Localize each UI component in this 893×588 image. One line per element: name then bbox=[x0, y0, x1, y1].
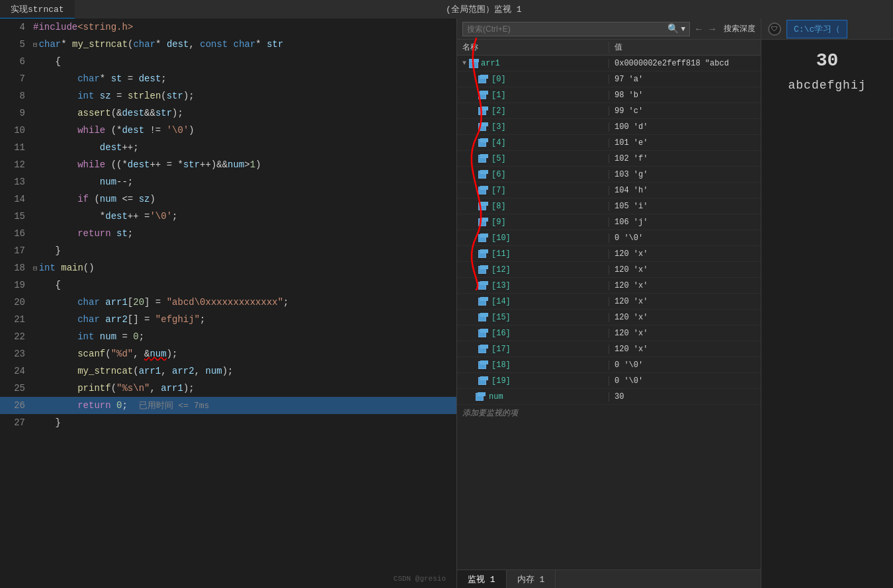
item-index-9: [9] bbox=[491, 218, 506, 227]
item-value-16: 120 'x' bbox=[609, 329, 761, 338]
item-cube-icon-17 bbox=[478, 345, 486, 353]
watch-table-header: 名称 值 bbox=[457, 40, 761, 56]
right-panel: 🛡 C:\c学习（ 30 abcdefghij bbox=[761, 19, 893, 588]
right-num-value: 30 bbox=[816, 50, 839, 71]
item-index-6: [6] bbox=[491, 170, 506, 179]
watch-row-item-9[interactable]: [9] 106 'j' bbox=[457, 214, 761, 230]
search-depth-label: 搜索深度 bbox=[724, 23, 755, 34]
item-cube-icon-2 bbox=[478, 107, 486, 115]
num-name: num bbox=[489, 392, 503, 401]
code-line-4: 4 #include<string.h> bbox=[0, 19, 456, 36]
right-header: 🛡 C:\c学习（ bbox=[761, 19, 893, 40]
nav-forward-icon[interactable]: → bbox=[708, 24, 717, 34]
code-line-22: 22 int num = 0; bbox=[0, 328, 456, 345]
watch-row-item-19[interactable]: [19] 0 '\0' bbox=[457, 373, 761, 389]
watch-row-item-1[interactable]: [1] 98 'b' bbox=[457, 87, 761, 103]
code-line-13: 13 num--; bbox=[0, 173, 456, 190]
shield-icon: 🛡 bbox=[768, 22, 781, 36]
search-icon[interactable]: 🔍 bbox=[667, 23, 679, 34]
code-line-23: 23 scanf("%d", &num); bbox=[0, 345, 456, 362]
item-value-18: 0 '\0' bbox=[609, 360, 761, 370]
item-cube-icon-16 bbox=[478, 329, 486, 337]
search-box[interactable]: 🔍 ▼ bbox=[462, 22, 690, 36]
watch-row-item-8[interactable]: [8] 105 'i' bbox=[457, 198, 761, 214]
code-line-11: 11 dest++; bbox=[0, 139, 456, 156]
tab-memory1[interactable]: 内存 1 bbox=[507, 570, 556, 588]
code-line-17: 17 } bbox=[0, 242, 456, 259]
watch-toolbar: 🔍 ▼ ← → 搜索深度 bbox=[457, 19, 761, 40]
item-cube-icon-15 bbox=[478, 314, 486, 321]
item-cube-icon-5 bbox=[478, 155, 486, 163]
item-cube-icon-1 bbox=[478, 91, 486, 99]
code-line-26: 26 return 0; 已用时间 <= 7ms bbox=[0, 397, 456, 414]
watch-table: ▼ arr1 0x0000002e2feff818 "abcd [0] 97 '… bbox=[457, 56, 761, 569]
watch-row-item-6[interactable]: [6] 103 'g' bbox=[457, 167, 761, 183]
item-value-15: 120 'x' bbox=[609, 313, 761, 322]
watch-row-item-3[interactable]: [3] 100 'd' bbox=[457, 119, 761, 135]
watch-row-item-0[interactable]: [0] 97 'a' bbox=[457, 71, 761, 87]
arr1-value: 0x0000002e2feff818 "abcd bbox=[609, 59, 761, 68]
item-index-4: [4] bbox=[491, 138, 506, 147]
col-value-header: 值 bbox=[609, 42, 761, 53]
watch-row-num[interactable]: num 30 bbox=[457, 389, 761, 405]
item-index-11: [11] bbox=[491, 249, 511, 259]
watch-row-item-10[interactable]: [10] 0 '\0' bbox=[457, 230, 761, 246]
watch-row-item-11[interactable]: [11] 120 'x' bbox=[457, 246, 761, 262]
right-string-value: abcdefghij bbox=[788, 79, 866, 92]
item-cube-icon-11 bbox=[478, 250, 486, 258]
watch-row-arr1[interactable]: ▼ arr1 0x0000002e2feff818 "abcd bbox=[457, 56, 761, 71]
right-badge[interactable]: C:\c学习（ bbox=[787, 20, 847, 38]
code-line-6: 6 { bbox=[0, 53, 456, 70]
watch-row-item-16[interactable]: [16] 120 'x' bbox=[457, 325, 761, 341]
item-cube-icon-6 bbox=[478, 171, 486, 179]
item-index-10: [10] bbox=[491, 233, 511, 243]
item-cube-icon-12 bbox=[478, 266, 486, 274]
item-cube-icon-18 bbox=[478, 361, 486, 369]
item-index-2: [2] bbox=[491, 106, 506, 116]
item-cube-icon-9 bbox=[478, 218, 486, 226]
watch-row-item-5[interactable]: [5] 102 'f' bbox=[457, 151, 761, 167]
item-cube-icon-7 bbox=[478, 187, 486, 194]
watch-row-item-14[interactable]: [14] 120 'x' bbox=[457, 294, 761, 310]
main-area: 4 #include<string.h> 5 ⊟char* my_strncat… bbox=[0, 19, 893, 588]
item-index-16: [16] bbox=[491, 329, 511, 338]
watch-panel: 🔍 ▼ ← → 搜索深度 名称 值 ▼ arr1 0x0000002e2feff… bbox=[456, 19, 761, 588]
watch-row-item-4[interactable]: [4] 101 'e' bbox=[457, 135, 761, 151]
item-index-12: [12] bbox=[491, 265, 511, 274]
item-index-14: [14] bbox=[491, 297, 511, 306]
item-value-8: 105 'i' bbox=[609, 202, 761, 211]
watch-row-item-18[interactable]: [18] 0 '\0' bbox=[457, 357, 761, 373]
search-dropdown-icon[interactable]: ▼ bbox=[681, 25, 686, 33]
arr1-cube-icon bbox=[469, 59, 478, 68]
file-title: 实现strncat bbox=[0, 0, 75, 19]
title-bar: 实现strncat (全局范围）监视 1 bbox=[0, 0, 893, 19]
item-value-10: 0 '\0' bbox=[609, 233, 761, 243]
watch-row-item-12[interactable]: [12] 120 'x' bbox=[457, 262, 761, 278]
watch-row-item-13[interactable]: [13] 120 'x' bbox=[457, 278, 761, 294]
watch-row-item-17[interactable]: [17] 120 'x' bbox=[457, 341, 761, 357]
col-name-header: 名称 bbox=[457, 42, 609, 53]
item-value-6: 103 'g' bbox=[609, 170, 761, 179]
item-cube-icon-10 bbox=[478, 234, 486, 242]
code-line-12: 12 while ((*dest++ = *str++)&&num>1) bbox=[0, 156, 456, 173]
item-index-13: [13] bbox=[491, 281, 511, 290]
item-cube-icon-14 bbox=[478, 298, 486, 306]
add-watch-item[interactable]: 添加要监视的项 bbox=[457, 405, 761, 421]
nav-back-icon[interactable]: ← bbox=[694, 24, 703, 34]
watch-row-item-15[interactable]: [15] 120 'x' bbox=[457, 310, 761, 325]
item-value-4: 101 'e' bbox=[609, 138, 761, 147]
item-value-9: 106 'j' bbox=[609, 218, 761, 227]
item-index-15: [15] bbox=[491, 313, 511, 322]
item-value-1: 98 'b' bbox=[609, 91, 761, 100]
tab-watch1[interactable]: 监视 1 bbox=[457, 570, 507, 588]
item-index-19: [19] bbox=[491, 376, 511, 386]
item-index-3: [3] bbox=[491, 122, 506, 132]
expand-arr1-icon[interactable]: ▼ bbox=[462, 60, 466, 67]
watch-row-item-7[interactable]: [7] 104 'h' bbox=[457, 183, 761, 198]
item-index-0: [0] bbox=[491, 75, 506, 84]
search-input[interactable] bbox=[467, 24, 665, 34]
item-value-11: 120 'x' bbox=[609, 249, 761, 259]
item-value-17: 120 'x' bbox=[609, 345, 761, 354]
code-line-5: 5 ⊟char* my_strncat(char* dest, const ch… bbox=[0, 36, 456, 53]
watch-row-item-2[interactable]: [2] 99 'c' bbox=[457, 103, 761, 119]
